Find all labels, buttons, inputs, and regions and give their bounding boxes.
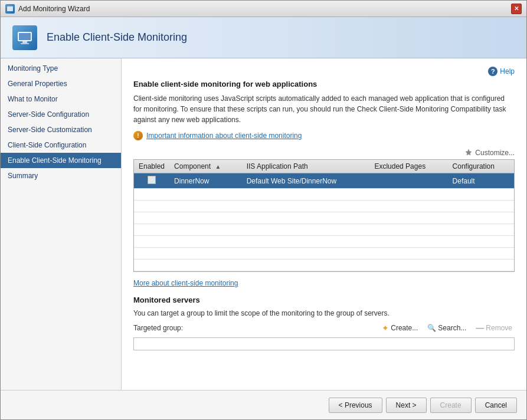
table-row-empty-1 (134, 189, 514, 201)
svg-rect-0 (7, 7, 13, 11)
cancel-button[interactable]: Cancel (475, 398, 517, 413)
info-icon: ! (133, 131, 143, 140)
sort-arrow-component: ▲ (215, 163, 221, 170)
window-title: Add Monitoring Wizard (18, 5, 90, 13)
table-row-empty-5 (134, 236, 514, 248)
more-link[interactable]: More about client-side monitoring (133, 279, 515, 287)
col-configuration: Configuration (448, 160, 514, 173)
targeted-group-row: Targeted group: ✦ Create... 🔍 Search... … (133, 322, 515, 334)
table-row-empty-3 (134, 212, 514, 224)
create-group-label: Create... (391, 324, 418, 332)
col-enabled: Enabled (134, 160, 169, 173)
targeted-group-label: Targeted group: (133, 324, 375, 332)
info-link-text: Important information about client-side … (146, 132, 302, 140)
row-excluded-pages-cell (369, 173, 447, 189)
row-enabled-cell (134, 173, 169, 189)
description-text: Client-side monitoring uses JavaScript s… (133, 93, 515, 125)
svg-rect-3 (19, 33, 31, 40)
header-icon (12, 25, 37, 50)
close-button[interactable]: ✕ (511, 4, 522, 14)
next-button[interactable]: Next > (386, 398, 427, 413)
main-area: Monitoring Type General Properties What … (1, 58, 526, 390)
help-label: Help (500, 67, 515, 76)
previous-button[interactable]: < Previous (329, 398, 382, 413)
create-group-button[interactable]: ✦ Create... (379, 322, 420, 334)
info-link[interactable]: ! Important information about client-sid… (133, 131, 515, 140)
title-bar: Add Monitoring Wizard ✕ (1, 1, 526, 17)
svg-rect-1 (7, 6, 13, 8)
table-container: Enabled Component ▲ IIS Application Path… (133, 159, 515, 272)
monitored-servers-title: Monitored servers (133, 296, 515, 304)
wizard-icon (5, 4, 15, 14)
sidebar-item-summary[interactable]: Summary (1, 168, 121, 183)
content-area: ? Help Enable client-side monitoring for… (122, 58, 526, 390)
wizard-window: Add Monitoring Wizard ✕ Enable Client-Si… (0, 0, 527, 420)
sidebar-item-monitoring-type[interactable]: Monitoring Type (1, 61, 121, 76)
row-component-cell: DinnerNow (169, 173, 242, 189)
help-icon: ? (488, 67, 497, 76)
targeted-group-input-container (133, 337, 515, 350)
sidebar-item-what-to-monitor[interactable]: What to Monitor (1, 91, 121, 107)
svg-rect-5 (21, 43, 29, 44)
search-group-label: Search... (438, 324, 466, 332)
create-star-icon: ✦ (382, 323, 389, 333)
footer: < Previous Next > Create Cancel (1, 390, 526, 419)
monitored-servers-section: Monitored servers You can target a group… (133, 296, 515, 350)
applications-table: Enabled Component ▲ IIS Application Path… (134, 160, 514, 271)
help-link[interactable]: ? Help (488, 67, 515, 76)
sidebar: Monitoring Type General Properties What … (1, 58, 122, 390)
col-iis-path: IIS Application Path (242, 160, 370, 173)
table-row-empty-7 (134, 260, 514, 271)
customize-label: Customize... (475, 149, 515, 157)
svg-rect-4 (22, 41, 27, 43)
title-bar-left: Add Monitoring Wizard (5, 4, 90, 14)
section-title: Enable client-side monitoring for web ap… (133, 80, 515, 88)
table-row-empty-6 (134, 248, 514, 260)
col-component[interactable]: Component ▲ (169, 160, 242, 173)
search-icon: 🔍 (427, 324, 436, 332)
row-iis-path-cell: Default Web Site/DinnerNow (242, 173, 370, 189)
remove-group-button[interactable]: — Remove (473, 322, 515, 334)
table-row-empty-4 (134, 224, 514, 236)
enabled-checkbox[interactable] (148, 176, 156, 184)
sidebar-item-server-side-configuration[interactable]: Server-Side Configuration (1, 107, 121, 122)
header-title: Enable Client-Side Monitoring (47, 31, 187, 44)
search-group-button[interactable]: 🔍 Search... (425, 323, 469, 333)
targeted-group-input[interactable] (133, 337, 515, 350)
sidebar-item-client-side-configuration[interactable]: Client-Side Configuration (1, 137, 121, 153)
customize-icon (464, 149, 473, 157)
sidebar-item-server-side-customization[interactable]: Server-Side Customization (1, 122, 121, 137)
customize-link[interactable]: Customize... (133, 149, 515, 157)
create-button[interactable]: Create (430, 398, 472, 413)
col-excluded-pages: Excluded Pages (369, 160, 447, 173)
row-configuration-cell: Default (448, 173, 514, 189)
table-row-empty-2 (134, 201, 514, 212)
sidebar-item-enable-client-side-monitoring[interactable]: Enable Client-Side Monitoring (1, 153, 121, 168)
monitored-servers-description: You can target a group to limit the scop… (133, 309, 515, 317)
table-row[interactable]: DinnerNow Default Web Site/DinnerNow Def… (134, 173, 514, 189)
remove-group-label: Remove (486, 324, 512, 332)
sidebar-item-general-properties[interactable]: General Properties (1, 76, 121, 91)
remove-dash-icon: — (476, 323, 484, 333)
header-banner: Enable Client-Side Monitoring (1, 17, 526, 58)
